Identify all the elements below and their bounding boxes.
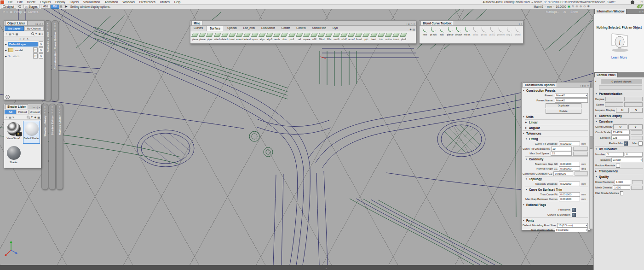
dock-icon[interactable]: ▷ xyxy=(639,10,641,13)
field-slider[interactable] xyxy=(573,147,588,151)
gear-icon[interactable]: ✱ xyxy=(38,32,40,35)
lister-tab[interactable]: By Layer xyxy=(5,26,24,31)
field-input[interactable]: 0.001000 xyxy=(559,192,580,197)
menu-icon[interactable]: ≡ xyxy=(408,23,409,25)
spans-u-field[interactable] xyxy=(605,102,623,107)
gear-icon[interactable]: ✱ xyxy=(34,116,36,119)
learn-more-link[interactable]: Learn More xyxy=(611,56,627,59)
menu-icon[interactable]: ≡ xyxy=(54,28,56,30)
menu-icon[interactable]: ≡ xyxy=(33,106,34,109)
caret-icon[interactable]: ▶ xyxy=(5,49,7,52)
info-icon[interactable]: i xyxy=(35,23,35,25)
comb-v-button[interactable]: V xyxy=(628,124,643,129)
blend-tool-button[interactable]: mk rot xyxy=(463,27,471,36)
menu-item[interactable]: Layouts xyxy=(38,0,53,4)
shader-tab[interactable]: All xyxy=(5,110,16,114)
section-units[interactable]: ▼Units xyxy=(523,114,588,119)
field-input[interactable]: 0.050000 xyxy=(559,166,580,171)
grid-toggle-icon[interactable]: ▦ xyxy=(10,10,12,13)
toolbox-tab[interactable]: Surface xyxy=(206,26,224,31)
surface-tool-button[interactable]: srfill xyxy=(310,32,318,41)
assign-icon[interactable]: ✎ xyxy=(12,116,15,119)
eye-icon[interactable]: ◍ xyxy=(564,10,566,13)
blend-tool-button[interactable]: edit xyxy=(438,27,446,36)
collapsed-panel-shader-editor[interactable]: × ▽ ≡ Shader Editor xyxy=(49,104,56,190)
close-icon[interactable]: × xyxy=(521,23,522,25)
snap-magnet-icon[interactable]: ↯ xyxy=(572,5,574,8)
toolbox-tab[interactable]: Dub/Mirror xyxy=(258,26,278,30)
surface-tool-button[interactable]: ffblnd xyxy=(318,32,325,41)
surface-tool-button[interactable]: trmcvt xyxy=(392,32,400,41)
dialog-scrollbar[interactable] xyxy=(589,88,593,229)
menu-item[interactable]: Preferences xyxy=(137,0,158,4)
section-tolerances[interactable]: ▼Tolerances xyxy=(523,130,588,136)
uv-spacing-dropdown[interactable]: Length xyxy=(611,158,643,162)
radius-max-checkbox[interactable] xyxy=(638,141,643,146)
filter-icon[interactable]: ▼ xyxy=(35,32,38,35)
duplicate-button[interactable]: Duplicate xyxy=(546,103,581,108)
markups-button[interactable]: Markups.. xyxy=(546,10,559,13)
surface-tool-button[interactable]: ptpec xyxy=(206,32,213,41)
menu-icon[interactable]: ≡ xyxy=(59,111,60,114)
surface-tool-button[interactable]: extend xyxy=(236,32,243,41)
uv-number-v-input[interactable]: 6 xyxy=(625,152,643,157)
move-down-icon[interactable]: ∨ xyxy=(23,37,25,40)
menu-item[interactable]: Animation xyxy=(102,0,120,4)
units-indicator[interactable]: mm xyxy=(547,5,552,8)
menu-item[interactable]: Display xyxy=(53,0,67,4)
shader-tab[interactable]: Unused xyxy=(29,110,40,114)
menu-icon[interactable]: ≡ xyxy=(36,23,38,25)
shader-swatch[interactable]: DefaultShader xyxy=(23,121,40,144)
collapse-icon[interactable]: ◁ xyxy=(39,23,41,25)
mine-toolbox-titlebar[interactable]: Mine i≡△× xyxy=(190,21,416,26)
font-dropdown[interactable]: Fixed Size xyxy=(555,228,588,232)
spans-v-field[interactable] xyxy=(624,102,643,107)
camera-label[interactable]: Camera xyxy=(28,10,38,13)
layer-row-defaultlayer[interactable]: ▶ DefaultLayer ⇅ xyxy=(4,41,44,47)
toolbox-tab[interactable]: Dyn xyxy=(329,26,341,30)
comb-scale-slider[interactable] xyxy=(631,130,643,135)
duplicate-icon[interactable]: ▤ xyxy=(9,116,12,119)
blend-tool-button[interactable]: planar xyxy=(446,27,454,36)
add-icon[interactable]: ＋ xyxy=(5,115,8,119)
surface-tool-button[interactable]: skin xyxy=(281,32,288,41)
menu-icon[interactable]: ≡ xyxy=(44,111,46,114)
close-icon[interactable]: × xyxy=(642,10,644,13)
field-slider[interactable] xyxy=(573,152,588,156)
comb-u-button[interactable]: U xyxy=(613,124,627,129)
blend-tool-button[interactable]: pt loc xyxy=(472,27,479,36)
settings-gear-icon[interactable]: ✱ xyxy=(587,5,590,8)
surface-tool-button[interactable]: trim xyxy=(378,32,385,41)
surface-tool-button[interactable]: insert xyxy=(229,32,236,41)
flat-shade-checkbox[interactable] xyxy=(620,191,623,195)
blend-tool-button[interactable]: pt edit xyxy=(429,27,437,36)
shader-tab[interactable]: Picked xyxy=(17,110,28,114)
prompt-expand-handle[interactable]: ▵ xyxy=(326,266,327,270)
surface-tool-button[interactable]: plane xyxy=(191,32,199,41)
delete-button[interactable]: Delete xyxy=(546,109,581,114)
field-input[interactable]: 0.001000 xyxy=(559,197,580,201)
history-flag[interactable]: H xyxy=(568,5,570,9)
surface-tool-button[interactable]: modft xyxy=(333,32,340,41)
section-curve-on-surface-trim[interactable]: ▼Curve On Surface / Trim xyxy=(525,187,588,192)
menu-item[interactable]: Layers xyxy=(68,0,81,4)
blend-tool-button[interactable]: detach xyxy=(454,27,462,36)
draw-precision-input[interactable]: 1.000 xyxy=(615,180,631,184)
preset-dropdown[interactable]: Main#2 xyxy=(555,93,588,98)
rel-toggle[interactable]: Rel xyxy=(51,4,60,9)
layer-name[interactable]: stitch xyxy=(12,54,32,59)
info-icon[interactable]: i xyxy=(6,95,10,99)
samples-input[interactable]: 225 xyxy=(611,135,630,140)
surface-tool-button[interactable]: ftmod xyxy=(355,32,362,41)
flag-checkbox[interactable] xyxy=(572,208,576,212)
close-icon[interactable]: × xyxy=(414,23,415,25)
collapse-icon[interactable]: ◁ xyxy=(36,106,38,109)
caret-icon[interactable]: ▶ xyxy=(5,43,7,46)
shader-swatch[interactable]: Shader xyxy=(5,145,22,168)
degree-u-field[interactable] xyxy=(605,97,624,101)
menu-item[interactable]: Help xyxy=(172,0,183,4)
surface-tool-button[interactable]: extend xyxy=(243,32,251,41)
section-uv-curvature[interactable]: ▼UV Curvature xyxy=(595,146,643,152)
field-input[interactable]: 15 xyxy=(551,151,572,156)
add-icon[interactable]: ＋ xyxy=(5,32,8,36)
